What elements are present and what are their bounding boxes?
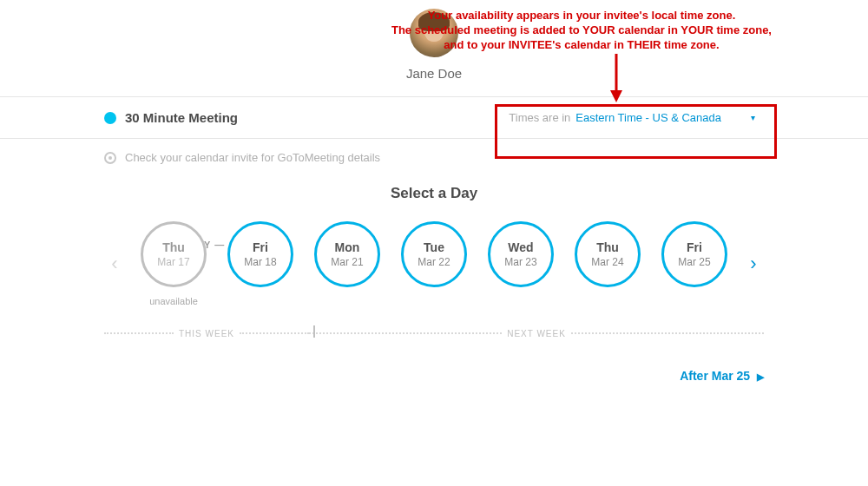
day-option: ThuMar 17 xyxy=(141,221,207,287)
chevron-down-icon: ▾ xyxy=(751,113,755,122)
meeting-title: 30 Minute Meeting xyxy=(125,110,238,125)
prev-days-button[interactable]: ‹ xyxy=(104,253,125,274)
day-option[interactable]: TueMar 22 xyxy=(401,221,467,287)
annotation-line-3: and to your INVITEE's calendar in THEIR … xyxy=(373,38,790,53)
gotomeeting-note-row: Check your calendar invite for GoToMeeti… xyxy=(104,139,764,169)
timezone-selector[interactable]: Times are in Eastern Time - US & Canada … xyxy=(500,108,764,128)
day-option[interactable]: ThuMar 24 xyxy=(575,221,641,287)
after-date-link[interactable]: After Mar 25 ▶ xyxy=(104,369,764,383)
day-option[interactable]: FriMar 18 xyxy=(227,221,293,287)
days-row: ‹ ThuMar 17unavailableFriMar 18MonMar 21… xyxy=(104,216,764,313)
chevron-right-icon: › xyxy=(750,253,756,275)
day-weekday: Fri xyxy=(253,240,268,254)
annotation-line-1: Your availability appears in your invite… xyxy=(373,9,790,23)
day-date: Mar 22 xyxy=(418,256,450,268)
day-weekday: Thu xyxy=(596,240,619,254)
triangle-right-icon: ▶ xyxy=(757,371,764,382)
days-list: ThuMar 17unavailableFriMar 18MonMar 21Tu… xyxy=(141,221,727,306)
day-date: Mar 17 xyxy=(157,256,189,268)
day-date: Mar 25 xyxy=(678,256,710,268)
day-weekday: Thu xyxy=(162,240,185,254)
day-sublabel: unavailable xyxy=(149,296,198,306)
host-name: Jane Doe xyxy=(0,66,868,81)
this-week-label: THIS WEEK xyxy=(174,329,240,338)
annotation-callout: Your availability appears in your invite… xyxy=(373,9,790,53)
dotted-line xyxy=(104,332,174,334)
annotation-arrow-icon xyxy=(608,54,625,102)
timezone-value: Eastern Time - US & Canada xyxy=(575,111,721,124)
svg-marker-1 xyxy=(610,90,622,102)
day-option[interactable]: MonMar 21 xyxy=(314,221,380,287)
next-days-button[interactable]: › xyxy=(743,253,764,274)
week-tick xyxy=(313,325,315,338)
chevron-left-icon: ‹ xyxy=(111,253,117,275)
select-day-heading: Select a Day xyxy=(0,185,868,202)
radio-dot-icon xyxy=(104,152,116,164)
day-date: Mar 23 xyxy=(504,256,536,268)
day-date: Mar 21 xyxy=(331,256,363,268)
day-column: ThuMar 17unavailable xyxy=(141,221,207,306)
day-column: MonMar 21 xyxy=(314,221,380,306)
timezone-label: Times are in xyxy=(509,111,570,124)
after-date-text: After Mar 25 xyxy=(680,369,750,383)
day-weekday: Tue xyxy=(424,240,444,254)
dotted-line xyxy=(309,332,502,334)
day-option[interactable]: WedMar 23 xyxy=(488,221,554,287)
day-column: FriMar 25 xyxy=(661,221,727,306)
day-date: Mar 24 xyxy=(591,256,623,268)
day-weekday: Mon xyxy=(335,240,360,254)
day-date: Mar 18 xyxy=(244,256,276,268)
day-weekday: Wed xyxy=(508,240,533,254)
event-color-dot-icon xyxy=(104,112,116,124)
week-divider: THIS WEEK NEXT WEEK xyxy=(104,327,764,339)
meeting-bar: 30 Minute Meeting Times are in Eastern T… xyxy=(0,96,868,139)
dotted-line xyxy=(240,332,309,334)
next-week-label: NEXT WEEK xyxy=(502,329,571,338)
annotation-line-2: The scheduled meeting is added to YOUR c… xyxy=(373,23,790,38)
day-weekday: Fri xyxy=(687,240,702,254)
day-column: ThuMar 24 xyxy=(575,221,641,306)
gotomeeting-note: Check your calendar invite for GoToMeeti… xyxy=(125,151,380,164)
dotted-line xyxy=(571,332,764,334)
day-column: TueMar 22 xyxy=(401,221,467,306)
day-column: WedMar 23 xyxy=(488,221,554,306)
meeting-title-group: 30 Minute Meeting xyxy=(104,110,238,125)
day-option[interactable]: FriMar 25 xyxy=(661,221,727,287)
day-column: FriMar 18 xyxy=(227,221,293,306)
